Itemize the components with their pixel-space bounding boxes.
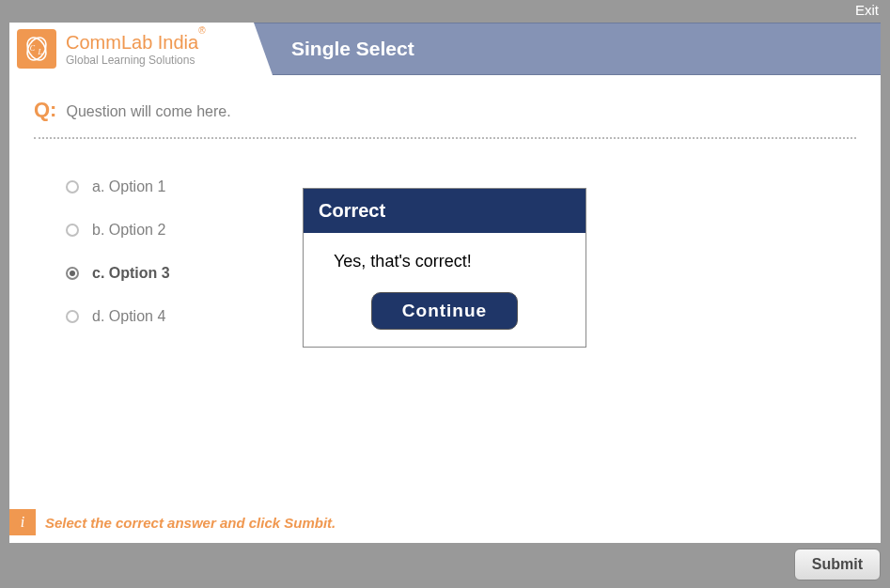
feedback-modal: Correct Yes, that's correct! Continue [303, 188, 586, 348]
instruction-bar: i Select the correct answer and click Su… [9, 509, 336, 535]
logo-icon: C L [17, 29, 56, 69]
brand-name: CommLab India® [66, 32, 206, 54]
exit-link[interactable]: Exit [855, 2, 879, 18]
option-text: b. Option 2 [92, 222, 165, 239]
question-text: Question will come here. [66, 103, 230, 120]
radio-icon [66, 180, 79, 193]
svg-text:C: C [30, 44, 36, 53]
instruction-text: Select the correct answer and click Sumb… [45, 515, 336, 531]
radio-icon [66, 267, 79, 280]
feedback-title: Correct [304, 189, 586, 233]
svg-point-1 [23, 35, 50, 64]
info-icon: i [9, 509, 36, 535]
header: C L CommLab India® Global Learning Solut… [9, 23, 881, 75]
main-panel: C L CommLab India® Global Learning Solut… [9, 23, 881, 543]
title-section: Single Select [254, 23, 881, 75]
brand-tagline: Global Learning Solutions [66, 54, 206, 67]
page-title: Single Select [291, 38, 414, 60]
option-text: a. Option 1 [92, 178, 165, 195]
feedback-message: Yes, that's correct! [326, 252, 563, 271]
submit-button[interactable]: Submit [794, 549, 881, 580]
svg-text:L: L [38, 48, 43, 56]
radio-icon [66, 224, 79, 237]
logo-section: C L CommLab India® Global Learning Solut… [9, 23, 254, 75]
option-text: d. Option 4 [92, 308, 165, 325]
radio-icon [66, 310, 79, 323]
question-row: Q: Question will come here. [34, 98, 856, 139]
continue-button[interactable]: Continue [371, 292, 518, 330]
option-text: c. Option 3 [92, 265, 170, 282]
question-label: Q: [34, 98, 56, 122]
